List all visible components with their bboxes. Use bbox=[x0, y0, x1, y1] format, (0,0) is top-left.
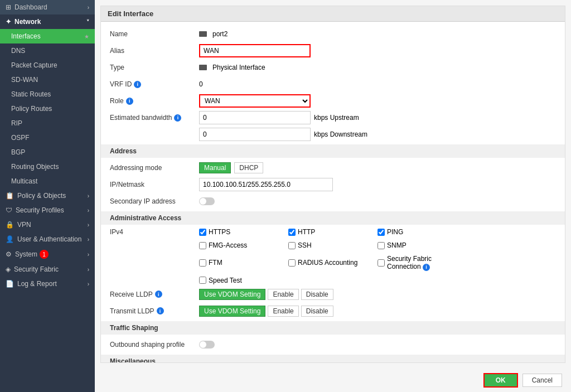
sidebar-item-security-fabric[interactable]: ◈ Security Fabric › bbox=[0, 262, 95, 277]
transmit-lldp-enable-btn[interactable]: Enable bbox=[268, 306, 298, 317]
role-select[interactable]: WAN LAN DMZ Undefined bbox=[199, 94, 311, 108]
sidebar-item-label: Multicast bbox=[11, 177, 37, 185]
role-field: WAN LAN DMZ Undefined bbox=[199, 94, 556, 108]
sidebar-item-label: SD-WAN bbox=[11, 76, 38, 84]
sidebar-item-label: DNS bbox=[11, 47, 25, 55]
sidebar-item-rip[interactable]: RIP bbox=[0, 116, 95, 130]
sidebar-item-user-auth[interactable]: 👤 User & Authentication › bbox=[0, 232, 95, 246]
sidebar-item-ospf[interactable]: OSPF bbox=[0, 130, 95, 145]
receive-lldp-vdom-btn[interactable]: Use VDOM Setting bbox=[199, 289, 265, 300]
sidebar-item-label: Dashboard bbox=[14, 3, 47, 11]
cancel-button[interactable]: Cancel bbox=[522, 374, 562, 387]
bottom-bar: OK Cancel bbox=[95, 369, 571, 392]
role-info-icon[interactable]: i bbox=[126, 98, 133, 105]
port-icon bbox=[199, 31, 207, 37]
checkbox-row-2: FMG-Access SSH SNMP bbox=[199, 241, 456, 249]
sidebar-item-multicast[interactable]: Multicast bbox=[0, 174, 95, 188]
security-fabric-checkbox[interactable] bbox=[378, 259, 385, 267]
secondary-ip-toggle-switch[interactable] bbox=[199, 197, 215, 205]
sidebar-item-vpn[interactable]: 🔒 VPN › bbox=[0, 217, 95, 232]
sidebar-item-label: RIP bbox=[11, 119, 22, 127]
form-row-vrf: VRF ID i 0 bbox=[110, 78, 556, 91]
sidebar-item-dns[interactable]: DNS bbox=[0, 43, 95, 58]
sidebar-item-network[interactable]: ✦ Network ˅ bbox=[0, 14, 95, 29]
https-checkbox[interactable] bbox=[199, 229, 206, 236]
ok-button[interactable]: OK bbox=[483, 373, 518, 388]
checkbox-row-3: FTM RADIUS Accounting Security FabricCon… bbox=[199, 255, 467, 271]
chevron-down-icon: ˅ bbox=[86, 19, 89, 25]
sidebar-item-policy-objects[interactable]: 📋 Policy & Objects › bbox=[0, 188, 95, 203]
chevron-right-icon: › bbox=[88, 222, 89, 228]
sidebar-item-label: Log & Report bbox=[17, 280, 57, 288]
snmp-label: SNMP bbox=[387, 241, 407, 249]
form-row-ipv4-access: IPv4 HTTPS HTTP PING bbox=[110, 228, 556, 284]
form-row-receive-lldp: Receive LLDP i Use VDOM Setting Enable D… bbox=[110, 288, 556, 301]
checkbox-row-4: Speed Test bbox=[199, 277, 277, 284]
form-row-type: Type Physical Interface bbox=[110, 61, 556, 74]
traffic-shaping-section: Traffic Shaping bbox=[101, 321, 565, 335]
vrf-value: 0 bbox=[199, 80, 203, 88]
checkbox-row-1: HTTPS HTTP PING bbox=[199, 228, 456, 236]
bandwidth-upstream-input[interactable] bbox=[199, 111, 311, 124]
fmg-checkbox[interactable] bbox=[199, 242, 206, 249]
chevron-right-icon: › bbox=[88, 267, 89, 273]
gear-icon: ⚙ bbox=[6, 250, 12, 258]
fmg-label: FMG-Access bbox=[209, 241, 247, 249]
sidebar-item-label: Network bbox=[14, 18, 41, 26]
sidebar-item-system[interactable]: ⚙ System 1 › bbox=[0, 246, 95, 262]
ftm-checkbox[interactable] bbox=[199, 259, 206, 267]
receive-lldp-disable-btn[interactable]: Disable bbox=[301, 289, 333, 300]
receive-lldp-enable-btn[interactable]: Enable bbox=[268, 289, 298, 300]
speed-test-checkbox[interactable] bbox=[199, 277, 206, 284]
sidebar-item-label: Policy & Objects bbox=[17, 192, 66, 200]
sidebar-item-label: Interfaces bbox=[11, 32, 41, 40]
sidebar-item-security-profiles[interactable]: 🛡 Security Profiles › bbox=[0, 203, 95, 217]
type-label: Type bbox=[110, 64, 199, 71]
outbound-shaping-toggle-switch[interactable] bbox=[199, 341, 215, 349]
chevron-right-icon: › bbox=[88, 207, 89, 214]
panel-title: Edit Interface bbox=[101, 6, 565, 22]
sidebar-item-policy-routes[interactable]: Policy Routes bbox=[0, 101, 95, 116]
sidebar-item-packet-capture[interactable]: Packet Capture bbox=[0, 58, 95, 72]
bandwidth-info-icon[interactable]: i bbox=[174, 114, 181, 122]
manual-button[interactable]: Manual bbox=[199, 162, 231, 173]
chevron-right-icon: › bbox=[88, 251, 89, 258]
user-icon: 👤 bbox=[6, 235, 14, 243]
alias-input[interactable] bbox=[199, 44, 311, 57]
ping-checkbox-item: PING bbox=[378, 228, 456, 236]
sidebar-item-label: Static Routes bbox=[11, 90, 51, 98]
transmit-lldp-vdom-btn[interactable]: Use VDOM Setting bbox=[199, 306, 265, 317]
sidebar-item-label: Routing Objects bbox=[11, 163, 59, 171]
name-label: Name bbox=[110, 30, 199, 38]
speed-test-checkbox-item: Speed Test bbox=[199, 277, 277, 284]
sidebar-item-dashboard[interactable]: ⊞ Dashboard › bbox=[0, 0, 95, 14]
radius-checkbox[interactable] bbox=[288, 259, 296, 267]
sidebar-item-bgp[interactable]: BGP bbox=[0, 145, 95, 159]
sidebar-item-interfaces[interactable]: Interfaces ★ bbox=[0, 29, 95, 43]
snmp-checkbox[interactable] bbox=[378, 242, 385, 249]
fmg-checkbox-item: FMG-Access bbox=[199, 241, 277, 249]
sidebar-item-routing-objects[interactable]: Routing Objects bbox=[0, 159, 95, 174]
vrf-info-icon[interactable]: i bbox=[134, 81, 141, 88]
form-row-name: Name port2 bbox=[110, 27, 556, 41]
speed-test-label: Speed Test bbox=[209, 277, 242, 284]
ip-input[interactable] bbox=[199, 178, 333, 191]
bandwidth-downstream-input[interactable] bbox=[199, 128, 311, 141]
http-checkbox[interactable] bbox=[288, 229, 296, 236]
receive-lldp-info-icon[interactable]: i bbox=[155, 291, 162, 298]
dhcp-button[interactable]: DHCP bbox=[234, 162, 263, 173]
form-row-secondary-ip: Secondary IP address bbox=[110, 195, 556, 208]
sidebar-item-log-report[interactable]: 📄 Log & Report › bbox=[0, 277, 95, 291]
sf-info-icon[interactable]: i bbox=[423, 264, 430, 271]
ssh-checkbox[interactable] bbox=[288, 242, 296, 249]
form-row-ip: IP/Netmask bbox=[110, 178, 556, 191]
sidebar-item-static-routes[interactable]: Static Routes bbox=[0, 87, 95, 101]
transmit-lldp-disable-btn[interactable]: Disable bbox=[301, 306, 333, 317]
http-label: HTTP bbox=[298, 228, 315, 236]
ping-checkbox[interactable] bbox=[378, 229, 385, 236]
transmit-lldp-info-icon[interactable]: i bbox=[157, 307, 164, 314]
alias-field bbox=[199, 44, 556, 57]
addr-mode-label: Addressing mode bbox=[110, 164, 199, 172]
form-row-role: Role i WAN LAN DMZ Undefined bbox=[110, 94, 556, 108]
sidebar-item-sdwan[interactable]: SD-WAN bbox=[0, 72, 95, 87]
